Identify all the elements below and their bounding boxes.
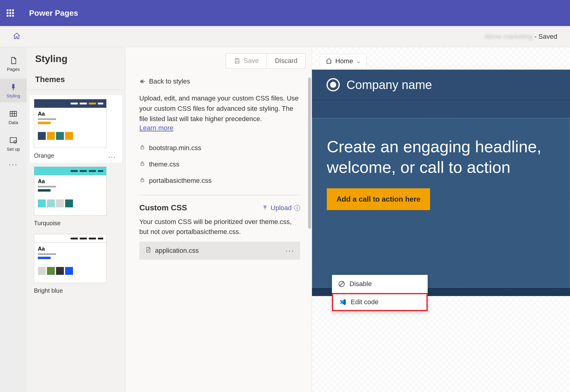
save-label: Save — [244, 57, 259, 65]
rail-item-pages[interactable]: Pages — [0, 52, 27, 76]
svg-rect-6 — [141, 163, 144, 166]
discard-label: Discard — [275, 57, 297, 65]
lock-icon — [139, 144, 145, 152]
svg-rect-2 — [10, 111, 17, 116]
locked-file-row: portalbasictheme.css — [139, 173, 300, 189]
upload-label: Upload — [270, 204, 292, 212]
rail-item-data[interactable]: Data — [0, 105, 27, 129]
locked-file-name: theme.css — [149, 160, 179, 168]
theme-name: Orange — [34, 152, 118, 159]
theme-thumb: Aa — [34, 166, 107, 216]
preview-logo-icon — [326, 78, 340, 91]
custom-file-name: application.css — [155, 247, 199, 255]
locked-file-list: bootstrap.min.css theme.css portalbasict… — [139, 140, 300, 195]
workspace: Pages Styling Data Set up ··· Styling Th… — [0, 47, 570, 392]
theme-name: Bright blue — [34, 287, 118, 294]
preview-canvas: Home ⌄ Company name Create an engaging h… — [312, 47, 570, 392]
info-icon[interactable]: i — [294, 205, 300, 211]
ctx-disable-label: Disable — [350, 280, 372, 288]
rail-item-styling[interactable]: Styling — [0, 79, 27, 102]
preview-nav-spacer — [312, 100, 570, 118]
theme-thumb: Aa — [34, 234, 107, 283]
vscode-icon — [339, 298, 346, 306]
learn-more-link[interactable]: Learn more — [139, 124, 174, 132]
locked-file-row: bootstrap.min.css — [139, 140, 300, 156]
sub-header: Akme marketing - Saved — [0, 26, 570, 47]
file-context-menu: Disable Edit code — [332, 275, 428, 311]
preview-company-name: Company name — [346, 78, 432, 92]
svg-rect-7 — [141, 180, 144, 182]
rail-more-icon[interactable]: ··· — [9, 160, 18, 169]
theme-card-bright-blue[interactable]: Aa Bright blue — [30, 230, 122, 298]
rail-label-pages: Pages — [7, 67, 20, 72]
site-state: - Saved — [534, 33, 557, 41]
themes-heading: Themes — [27, 71, 125, 90]
theme-menu-icon[interactable]: ··· — [108, 153, 116, 161]
lock-icon — [139, 177, 145, 185]
site-preview: Company name Create an engaging headline… — [312, 70, 570, 392]
file-icon — [145, 246, 151, 255]
preview-breadcrumb-label: Home — [335, 57, 353, 65]
app-launcher-icon[interactable] — [7, 9, 14, 17]
left-rail: Pages Styling Data Set up ··· — [0, 47, 27, 392]
site-save-status: Akme marketing - Saved — [484, 33, 557, 41]
custom-css-description: Your custom CSS will be prioritized over… — [139, 217, 300, 237]
back-label: Back to styles — [149, 77, 190, 85]
locked-file-row: theme.css — [139, 156, 300, 173]
ctx-edit-code-label: Edit code — [351, 298, 379, 306]
top-bar: Power Pages — [0, 0, 570, 26]
locked-file-name: portalbasictheme.css — [149, 177, 212, 185]
css-description: Upload, edit, and manage your custom CSS… — [139, 93, 300, 124]
preview-breadcrumb[interactable]: Home ⌄ — [320, 54, 366, 68]
ctx-disable[interactable]: Disable — [332, 275, 428, 293]
preview-headline: Create an engaging headline, welcome, or… — [327, 137, 545, 177]
lock-icon — [139, 160, 145, 168]
custom-css-heading: Custom CSS — [139, 203, 187, 212]
custom-css-file-row[interactable]: application.css ··· — [139, 242, 300, 260]
theme-card-turquoise[interactable]: Aa Turquoise — [30, 163, 122, 230]
rail-item-setup[interactable]: Set up — [0, 132, 27, 156]
svg-rect-3 — [10, 137, 17, 142]
app-title: Power Pages — [29, 8, 78, 18]
file-more-icon[interactable]: ··· — [285, 246, 295, 255]
css-detail-panel: Save Discard Back to styles Upload, edit… — [125, 47, 312, 392]
discard-button[interactable]: Discard — [267, 53, 306, 68]
preview-hero-section[interactable]: Create an engaging headline, welcome, or… — [312, 118, 570, 288]
preview-site-header: Company name — [312, 70, 570, 100]
theme-thumb: Aa — [34, 99, 107, 148]
ctx-edit-code[interactable]: Edit code — [332, 293, 428, 311]
theme-list: Aa Orange ··· Aa — [27, 90, 125, 303]
theme-name: Turquoise — [34, 220, 118, 227]
styling-panel: Styling Themes Aa Orange ··· — [27, 47, 125, 392]
rail-label-data: Data — [8, 120, 18, 125]
back-to-styles-link[interactable]: Back to styles — [139, 77, 300, 85]
site-name: Akme marketing — [484, 33, 532, 41]
preview-cta-button[interactable]: Add a call to action here — [327, 188, 430, 210]
styling-title: Styling — [35, 53, 68, 64]
theme-card-orange[interactable]: Aa Orange ··· — [30, 95, 122, 163]
locked-file-name: bootstrap.min.css — [149, 144, 201, 152]
svg-rect-1 — [13, 88, 14, 90]
rail-label-styling: Styling — [6, 93, 20, 98]
svg-rect-5 — [141, 147, 144, 149]
svg-rect-0 — [12, 84, 15, 87]
rail-label-setup: Set up — [7, 147, 20, 152]
save-button[interactable]: Save — [226, 53, 267, 68]
home-icon[interactable] — [13, 32, 21, 41]
chevron-down-icon[interactable]: ⌄ — [356, 58, 361, 64]
scrollbar[interactable] — [308, 77, 311, 229]
upload-button[interactable]: Upload i — [262, 204, 300, 212]
